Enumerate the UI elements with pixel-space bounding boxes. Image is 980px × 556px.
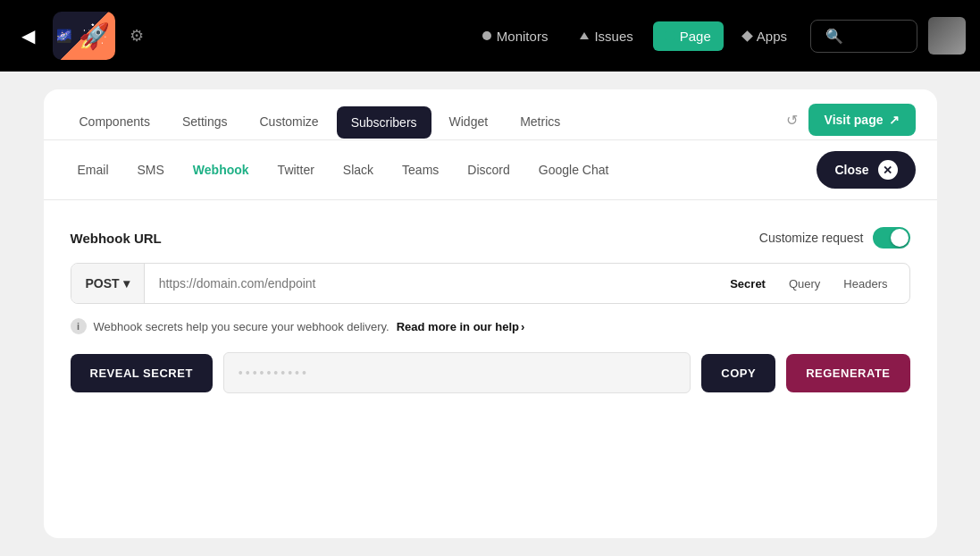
secret-value-field: •••••••••• xyxy=(223,352,691,393)
info-link-arrow-icon: › xyxy=(521,320,524,333)
info-row: i Webhook secrets help you secure your w… xyxy=(71,318,910,334)
regenerate-button[interactable]: REGENERATE xyxy=(786,354,909,392)
customize-request-label: Customize request xyxy=(759,231,864,245)
nav-item-monitors[interactable]: Monitors xyxy=(470,21,561,51)
customize-request-row: Customize request xyxy=(759,227,910,249)
close-button[interactable]: Close ✕ xyxy=(817,151,915,189)
visit-page-external-icon: ↗ xyxy=(889,113,900,127)
apps-diamond-icon xyxy=(741,30,753,42)
subtab-teams[interactable]: Teams xyxy=(389,156,451,184)
info-help-link[interactable]: Read more in our help › xyxy=(397,320,525,333)
tab-metrics[interactable]: Metrics xyxy=(506,105,574,138)
method-label: POST xyxy=(86,276,120,291)
nav-item-apps-label: Apps xyxy=(757,29,787,44)
tab-subscribers[interactable]: Subscribers xyxy=(337,106,431,139)
subtab-sms[interactable]: SMS xyxy=(125,156,177,184)
url-tabs: Secret Query Headers xyxy=(708,272,909,296)
subtab-google-chat[interactable]: Google Chat xyxy=(526,156,622,184)
settings-icon[interactable]: ⚙ xyxy=(130,26,144,46)
reveal-secret-button[interactable]: REVEAL SECRET xyxy=(71,354,213,392)
info-text: Webhook secrets help you secure your web… xyxy=(94,320,389,333)
nav-item-issues[interactable]: Issues xyxy=(567,21,645,51)
nav-items: Monitors Issues Page Apps xyxy=(470,21,800,51)
logo[interactable]: 🌌 🚀 xyxy=(53,12,115,60)
secret-row: REVEAL SECRET •••••••••• COPY REGENERATE xyxy=(71,352,910,393)
search-box[interactable]: 🔍 xyxy=(810,20,917,53)
main-content: Components Settings Customize Subscriber… xyxy=(0,72,980,556)
url-input-row: POST ▾ Secret Query Headers xyxy=(71,263,910,304)
refresh-icon[interactable]: ↺ xyxy=(779,105,805,136)
url-tab-query[interactable]: Query xyxy=(778,272,831,296)
url-tab-secret[interactable]: Secret xyxy=(719,272,776,296)
tab-customize[interactable]: Customize xyxy=(245,105,332,138)
nav-item-monitors-label: Monitors xyxy=(497,29,549,44)
logo-space-icon: 🌌 xyxy=(56,29,71,43)
logo-rocket-icon: 🚀 xyxy=(79,21,110,51)
close-x-icon: ✕ xyxy=(878,160,898,180)
subtab-twitter[interactable]: Twitter xyxy=(265,156,327,184)
avatar-image xyxy=(928,17,966,55)
toggle-thumb xyxy=(891,229,909,247)
url-tab-headers[interactable]: Headers xyxy=(833,272,898,296)
info-icon: i xyxy=(71,318,87,334)
top-nav: ◀ 🌌 🚀 ⚙ Monitors Issues Page Apps 🔍 xyxy=(0,0,980,72)
customize-request-toggle[interactable] xyxy=(873,227,910,249)
avatar[interactable] xyxy=(928,17,966,55)
tab-widget[interactable]: Widget xyxy=(435,105,503,138)
subtab-slack[interactable]: Slack xyxy=(331,156,386,184)
back-button[interactable]: ◀ xyxy=(14,21,42,50)
subtabs-row: Email SMS Webhook Twitter Slack Teams Di… xyxy=(44,140,937,200)
copy-button[interactable]: COPY xyxy=(701,354,775,392)
monitors-dot-icon xyxy=(482,31,491,40)
method-arrow-icon: ▾ xyxy=(123,276,130,291)
subtab-webhook[interactable]: Webhook xyxy=(180,156,262,184)
nav-item-page-label: Page xyxy=(680,29,711,44)
issues-triangle-icon xyxy=(580,32,589,39)
webhook-url-title: Webhook URL xyxy=(71,231,162,246)
webhook-header: Webhook URL Customize request xyxy=(71,227,910,249)
nav-item-apps[interactable]: Apps xyxy=(731,21,800,51)
webhook-content: Webhook URL Customize request POST ▾ xyxy=(44,200,937,420)
nav-item-issues-label: Issues xyxy=(594,29,632,44)
page-square-icon xyxy=(666,31,674,40)
search-icon: 🔍 xyxy=(825,28,843,45)
subtab-email[interactable]: Email xyxy=(65,156,121,184)
tab-settings[interactable]: Settings xyxy=(168,105,242,138)
subtab-discord[interactable]: Discord xyxy=(455,156,522,184)
tabs-row: Components Settings Customize Subscriber… xyxy=(44,89,937,140)
visit-page-button[interactable]: Visit page ↗ xyxy=(808,104,916,136)
tab-components[interactable]: Components xyxy=(65,105,164,138)
webhook-url-input[interactable] xyxy=(145,264,709,303)
method-dropdown[interactable]: POST ▾ xyxy=(71,264,145,303)
nav-item-page[interactable]: Page xyxy=(653,21,724,51)
card: Components Settings Customize Subscriber… xyxy=(44,89,937,538)
